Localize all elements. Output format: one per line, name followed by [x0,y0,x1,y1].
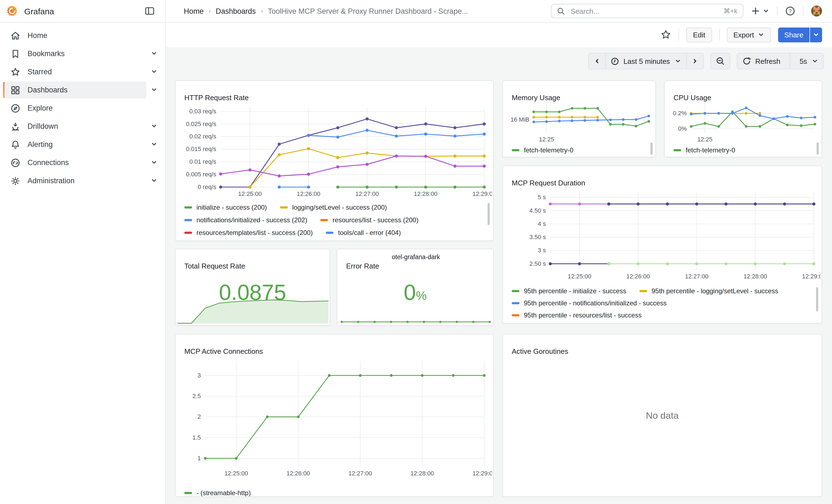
dashboard-toolbar: Edit Export Share [165,22,832,47]
http-request-rate-chart[interactable]: 12:25:0012:26:0012:27:0012:28:0012:29:00… [178,103,492,201]
legend-row: 95th percentile - initialize - success95… [505,285,815,297]
chevron-right-icon [692,58,698,64]
sidebar-item-core: Connections [4,154,146,171]
time-range-picker[interactable]: Last 5 minutes [606,53,686,69]
sidebar-item-dashboards[interactable]: Dashboards [0,81,165,99]
legend-row: notifications/initialized - success (202… [178,213,487,226]
svg-text:0.02 req/s: 0.02 req/s [189,133,216,140]
legend-scrollbar[interactable] [816,142,819,155]
legend-item[interactable]: resources/templates/list - success (200) [184,229,313,236]
svg-text:12:28:00: 12:28:00 [414,190,438,197]
legend: fetch-telemetry-0 [667,146,815,155]
svg-text:12:28:00: 12:28:00 [411,470,434,477]
search-box[interactable]: ⌘+k [551,4,744,18]
stat-value: 0.0875 [176,280,330,304]
sidebar-item-home[interactable]: Home [0,26,165,45]
export-button[interactable]: Export [727,27,771,42]
legend-swatch-icon [512,290,519,292]
memory-usage-chart[interactable]: 12:2516 MiB [505,99,654,145]
gear-icon [10,175,21,186]
sidebar-item-drilldown[interactable]: Drilldown [0,117,165,135]
sidebar-item-core: Explore [4,100,146,117]
grafana-logo-icon [6,5,18,17]
legend-label: initialize - success (200) [197,203,267,211]
legend: initialize - success (200)logging/setLev… [178,201,487,241]
chevron-down-icon [763,8,769,14]
edit-button[interactable]: Edit [686,27,712,42]
sidebar-item-alerting[interactable]: Alerting [0,135,165,154]
svg-text:?: ? [789,8,792,14]
error-rate-sparkline[interactable] [339,316,492,324]
share-menu-button[interactable] [810,27,822,42]
stat-unit: % [416,289,427,302]
cpu-usage-chart[interactable]: 12:250.2%0% [667,99,821,145]
favorite-star-icon[interactable] [660,29,672,40]
refresh-interval-picker[interactable]: 5s [790,53,824,69]
breadcrumb-home[interactable]: Home [184,7,204,15]
svg-text:0.2%: 0.2% [673,110,687,117]
legend-row: 95th percentile - notifications/initiali… [505,297,815,309]
add-button[interactable] [751,7,769,16]
grid-icon [10,84,21,96]
legend-item[interactable]: initialize - success (200) [184,203,267,211]
drilldown-icon [10,121,21,132]
legend-swatch-icon [184,492,192,494]
help-button[interactable]: ? [785,6,795,16]
svg-text:12:27:00: 12:27:00 [685,273,708,280]
sidebar-item-connections[interactable]: Connections [0,154,165,172]
legend-swatch-icon [184,206,192,208]
legend-scrollbar[interactable] [650,142,653,155]
svg-text:12:25: 12:25 [539,136,554,143]
svg-text:12:29:00: 12:29:00 [802,273,821,280]
sidebar-item-label: Bookmarks [27,50,64,58]
panel-title[interactable]: Total Request Rate [184,262,245,270]
sidebar-item-core: Administration [4,172,146,189]
panel-title[interactable]: Error Rate [346,262,379,270]
panel-title[interactable]: HTTP Request Rate [184,94,249,102]
avatar[interactable] [811,5,822,17]
sidebar-nav: HomeBookmarksStarredDashboardsExploreDri… [0,22,165,190]
legend-swatch-icon [640,290,647,292]
share-button[interactable]: Share [778,27,809,42]
time-back-button[interactable] [588,53,606,69]
mcp-active-connections-chart[interactable]: 12:25:0012:26:0012:27:0012:28:0012:29:00… [178,354,492,483]
svg-text:12:25:00: 12:25:00 [568,273,592,280]
sidebar-item-starred[interactable]: Starred [0,63,165,81]
legend-item[interactable]: notifications/initialized - success (202… [184,216,307,224]
legend-scrollbar[interactable] [816,287,818,312]
panel-title[interactable]: Active Goroutines [512,347,568,355]
svg-text:12:28:00: 12:28:00 [744,273,767,280]
sidebar-item-label: Explore [27,104,53,112]
sidebar-collapse-icon[interactable] [144,5,155,17]
time-forward-button[interactable] [686,53,703,69]
legend-scrollbar[interactable] [488,203,490,225]
sidebar-item-label: Home [27,31,47,39]
mcp-request-duration-chart[interactable]: 12:25:0012:26:0012:27:0012:28:0012:29:00… [505,186,821,284]
legend-item[interactable]: tools/call - error (404) [326,229,401,236]
legend-item[interactable]: logging/setLevel - success (200) [280,203,387,211]
search-icon [557,7,565,15]
legend-item[interactable]: - (streamable-http) [184,489,251,497]
breadcrumb-dashboards[interactable]: Dashboards [216,7,256,15]
sidebar-item-explore[interactable]: Explore [0,99,165,117]
legend-item[interactable]: fetch-telemetry-0 [512,147,573,154]
sidebar-item-bookmarks[interactable]: Bookmarks [0,45,165,63]
sidebar-item-label: Administration [27,177,75,185]
refresh-button[interactable]: Refresh [736,53,790,69]
legend-item[interactable]: 95th percentile - logging/setLevel - suc… [640,287,778,295]
svg-text:2: 2 [198,413,201,420]
question-circle-icon: ? [785,6,795,16]
legend-item[interactable]: fetch-telemetry-0 [674,147,735,154]
legend-item[interactable]: resources/list - success (200) [320,216,418,224]
legend-item[interactable]: 95th percentile - resources/list - succe… [512,312,642,319]
plus-icon [751,7,760,16]
search-input[interactable] [570,6,724,16]
legend-item[interactable]: 95th percentile - initialize - success [512,287,626,295]
svg-text:12:26:00: 12:26:00 [286,470,310,477]
zoom-out-button[interactable] [710,53,730,69]
svg-text:4 s: 4 s [538,220,546,227]
panel-active-goroutines: Active Goroutines No data [502,334,822,497]
legend-item[interactable]: 95th percentile - notifications/initiali… [512,299,667,307]
svg-text:12:26:00: 12:26:00 [297,190,320,197]
sidebar-item-administration[interactable]: Administration [0,172,165,190]
